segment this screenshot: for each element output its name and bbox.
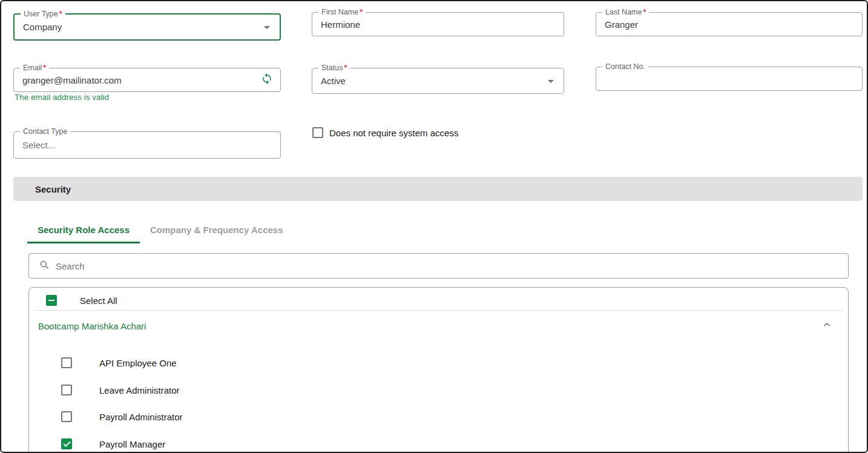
role-checkbox-leave-administrator[interactable] [61, 385, 72, 395]
security-section-header: Security [13, 177, 863, 201]
chevron-down-icon[interactable] [548, 80, 554, 83]
status-select[interactable]: Status* Active [312, 68, 564, 94]
first-name-input[interactable] [312, 13, 564, 36]
email-input[interactable] [14, 68, 280, 91]
role-checkbox-payroll-administrator[interactable] [61, 411, 72, 422]
contact-type-select[interactable]: Contact Type Select... [13, 131, 281, 159]
no-system-access-checkbox[interactable] [312, 127, 323, 138]
role-search-box [28, 253, 849, 279]
role-label[interactable]: API Employee One [99, 358, 177, 369]
first-name-field: First Name* [312, 12, 564, 36]
role-checkbox-payroll-manager[interactable] [61, 438, 72, 449]
role-label[interactable]: Payroll Manager [99, 439, 165, 450]
contact-type-placeholder[interactable]: Select... [14, 132, 280, 158]
email-field: Email* [13, 68, 281, 92]
user-type-select[interactable]: User Type* Company [13, 13, 281, 41]
contact-no-field: Contact No. [596, 67, 863, 91]
email-valid-message: The email address is valid [15, 93, 109, 102]
sync-icon[interactable] [261, 73, 273, 87]
user-edit-window: User Type* Company First Name* Last Name… [0, 0, 868, 453]
role-label[interactable]: Leave Administrator [99, 385, 180, 396]
user-type-value[interactable]: Company [15, 15, 280, 39]
chevron-down-icon[interactable] [264, 26, 270, 29]
divider [34, 310, 843, 311]
last-name-input[interactable] [596, 13, 862, 36]
tab-company-frequency-access[interactable]: Company & Frequency Access [140, 217, 294, 243]
role-checkbox-api-employee-one[interactable] [61, 357, 72, 368]
security-roles-panel: Select All Bootcamp Marishka Achari API … [28, 287, 849, 453]
contact-no-input[interactable] [596, 67, 862, 90]
chevron-up-icon[interactable] [821, 319, 832, 332]
no-system-access-label[interactable]: Does not require system access [329, 128, 458, 139]
security-tabs: Security Role Access Company & Frequency… [27, 217, 294, 243]
tab-security-role-access[interactable]: Security Role Access [27, 217, 140, 243]
last-name-field: Last Name* [596, 12, 863, 36]
group-link-bootcamp[interactable]: Bootcamp Marishka Achari [38, 321, 146, 331]
security-section-title: Security [35, 184, 71, 194]
status-value[interactable]: Active [312, 68, 564, 93]
role-label[interactable]: Payroll Administrator [99, 412, 183, 423]
search-input[interactable] [29, 254, 848, 278]
select-all-label[interactable]: Select All [80, 296, 117, 306]
select-all-checkbox[interactable] [46, 295, 57, 306]
